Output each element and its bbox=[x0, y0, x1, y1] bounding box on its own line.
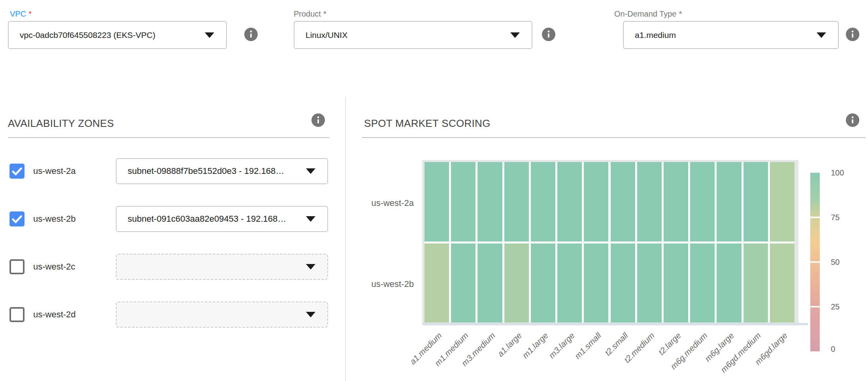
legend-tick-label: 50 bbox=[831, 257, 840, 267]
az-checkbox[interactable] bbox=[9, 307, 25, 322]
az-zone-label: us-west-2d bbox=[33, 309, 76, 320]
legend-separator bbox=[810, 261, 820, 263]
heatmap-cell[interactable] bbox=[611, 243, 635, 323]
heatmap-cell[interactable] bbox=[743, 162, 768, 241]
dropdown-caret-icon bbox=[306, 312, 315, 317]
az-checkbox[interactable] bbox=[9, 259, 25, 274]
az-subnet-select[interactable]: subnet-09888f7be5152d0e3 - 192.168… bbox=[116, 158, 328, 184]
az-zone-label: us-west-2c bbox=[33, 261, 75, 272]
heatmap-cell[interactable] bbox=[425, 162, 449, 241]
heatmap-cell[interactable] bbox=[584, 162, 608, 241]
product-label: Product* bbox=[294, 9, 326, 19]
ondemand-info-icon[interactable] bbox=[846, 28, 859, 41]
required-asterisk: * bbox=[28, 9, 32, 18]
ondemand-type-label: On-Demand Type* bbox=[614, 9, 682, 19]
availability-zones-underline bbox=[8, 137, 329, 138]
ondemand-type-select[interactable]: a1.medium bbox=[623, 21, 839, 49]
dropdown-caret-icon bbox=[306, 216, 315, 222]
heatmap-cell[interactable] bbox=[504, 162, 529, 241]
legend-tick-label: 25 bbox=[831, 302, 840, 312]
y-axis-label: us-west-2a bbox=[335, 198, 414, 209]
heatmap-cell[interactable] bbox=[770, 162, 794, 241]
heatmap-cell[interactable] bbox=[531, 243, 555, 323]
heatmap-cell[interactable] bbox=[584, 243, 608, 323]
heatmap-cell[interactable] bbox=[425, 243, 449, 323]
heatmap-cell[interactable] bbox=[717, 162, 741, 241]
heatmap-cell[interactable] bbox=[743, 243, 768, 323]
heatmap-cell[interactable] bbox=[664, 162, 688, 241]
availability-zones-title: AVAILABILITY ZONES bbox=[8, 117, 114, 130]
product-select[interactable]: Linux/UNIX bbox=[294, 21, 532, 49]
heatmap-cell[interactable] bbox=[557, 162, 582, 241]
legend-tick-label: 75 bbox=[831, 212, 840, 223]
heatmap bbox=[425, 162, 794, 323]
vpc-select-value: vpc-0adcb70f645508223 (EKS-VPC) bbox=[9, 30, 155, 40]
dropdown-caret-icon bbox=[306, 168, 315, 174]
heatmap-plot-bottom-strip bbox=[422, 323, 808, 325]
az-subnet-value: subnet-09888f7be5152d0e3 - 192.168… bbox=[128, 166, 284, 176]
heatmap-cell[interactable] bbox=[664, 243, 688, 323]
legend-separator bbox=[810, 306, 820, 307]
heatmap-cell[interactable] bbox=[451, 162, 476, 241]
dropdown-caret-icon bbox=[306, 264, 315, 270]
required-asterisk: * bbox=[323, 9, 326, 18]
heatmap-cell[interactable] bbox=[557, 243, 582, 323]
vpc-info-icon[interactable] bbox=[244, 28, 258, 41]
heatmap-cell[interactable] bbox=[451, 243, 476, 323]
az-zone-label: us-west-2b bbox=[33, 213, 76, 224]
required-asterisk: * bbox=[679, 9, 682, 18]
heatmap-cell[interactable] bbox=[770, 243, 794, 323]
dropdown-caret-icon bbox=[817, 32, 826, 38]
dropdown-caret-icon bbox=[510, 32, 520, 38]
availability-zones-info-icon[interactable] bbox=[311, 113, 325, 127]
ondemand-type-select-value: a1.medium bbox=[624, 30, 676, 40]
az-subnet-select[interactable] bbox=[116, 302, 328, 328]
spot-market-scoring-info-icon[interactable] bbox=[846, 113, 859, 127]
heatmap-cell[interactable] bbox=[477, 162, 502, 241]
az-checkbox[interactable] bbox=[9, 164, 25, 179]
heatmap-cell[interactable] bbox=[637, 243, 662, 323]
y-axis-label: us-west-2b bbox=[335, 279, 414, 290]
legend-tick-label: 100 bbox=[831, 168, 844, 178]
heatmap-cell[interactable] bbox=[504, 243, 529, 323]
spot-market-scoring-underline bbox=[362, 137, 866, 138]
heatmap-cell[interactable] bbox=[531, 162, 555, 241]
heatmap-cell[interactable] bbox=[637, 162, 662, 241]
product-info-icon[interactable] bbox=[542, 28, 555, 41]
heatmap-color-legend bbox=[810, 173, 820, 351]
dropdown-caret-icon bbox=[205, 32, 214, 38]
section-vertical-divider bbox=[345, 97, 346, 381]
heatmap-cell[interactable] bbox=[690, 243, 715, 323]
legend-tick-label: 0 bbox=[831, 344, 835, 354]
heatmap-cell[interactable] bbox=[717, 243, 741, 323]
heatmap-cell[interactable] bbox=[690, 162, 715, 241]
spot-market-scoring-title: SPOT MARKET SCORING bbox=[364, 117, 491, 130]
vpc-select[interactable]: vpc-0adcb70f645508223 (EKS-VPC) bbox=[8, 21, 227, 49]
product-select-value: Linux/UNIX bbox=[294, 30, 347, 40]
heatmap-cell[interactable] bbox=[611, 162, 635, 241]
az-checkbox[interactable] bbox=[9, 211, 25, 226]
az-subnet-value: subnet-091c603aa82e09453 - 192.168… bbox=[128, 214, 286, 224]
heatmap-cell[interactable] bbox=[477, 243, 502, 323]
az-subnet-select[interactable] bbox=[116, 254, 328, 280]
az-zone-label: us-west-2a bbox=[33, 166, 76, 177]
vpc-label: VPC* bbox=[10, 9, 32, 19]
legend-separator bbox=[810, 217, 820, 218]
az-subnet-select[interactable]: subnet-091c603aa82e09453 - 192.168… bbox=[116, 206, 328, 232]
